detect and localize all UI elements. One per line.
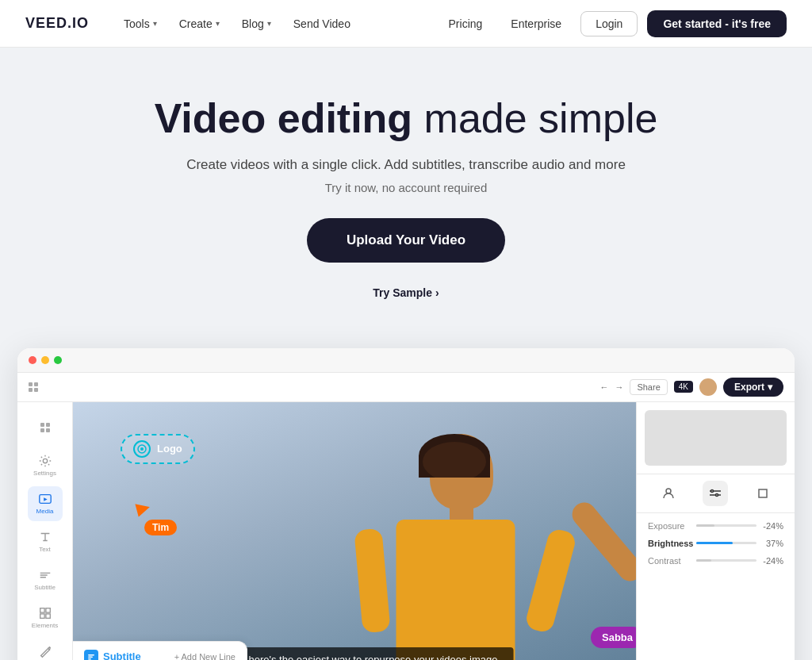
editor-topbar: ← → Share 4K Export ▾ bbox=[17, 373, 795, 402]
export-chevron-icon: ▾ bbox=[768, 382, 772, 393]
editor-canvas: Logo ▶ Tim DIANA: here's the easiest way… bbox=[73, 402, 636, 660]
subtitle-panel-header: Subtitle + Add New Line bbox=[84, 650, 236, 660]
create-chevron-icon: ▾ bbox=[216, 19, 220, 28]
window-bar bbox=[17, 348, 795, 373]
subtitle-chip-icon bbox=[84, 650, 98, 660]
svg-point-14 bbox=[716, 493, 718, 496]
sidebar-grid-button[interactable] bbox=[28, 410, 63, 445]
hero-title-light: made simple bbox=[412, 95, 657, 141]
window-dot-red bbox=[29, 356, 36, 364]
sidebar-elements-button[interactable]: Elements bbox=[28, 601, 63, 635]
svg-point-12 bbox=[666, 489, 671, 493]
exposure-slider-row: Exposure -24% bbox=[648, 521, 783, 531]
export-button[interactable]: Export ▾ bbox=[723, 378, 783, 397]
nav-forward-arrow[interactable]: → bbox=[615, 382, 623, 392]
nav-tools[interactable]: Tools ▾ bbox=[114, 13, 167, 35]
svg-rect-6 bbox=[45, 614, 49, 618]
panel-tab-person[interactable] bbox=[656, 481, 681, 506]
window-dot-green bbox=[54, 356, 62, 364]
hero-title-bold: Video editing bbox=[155, 95, 413, 141]
exposure-slider[interactable] bbox=[696, 524, 756, 527]
sidebar-draw-button[interactable]: Draw bbox=[28, 639, 63, 660]
contrast-slider-row: Contrast -24% bbox=[648, 556, 783, 566]
svg-point-13 bbox=[711, 489, 714, 492]
svg-rect-3 bbox=[40, 608, 44, 612]
svg-point-8 bbox=[140, 447, 144, 451]
subtitle-chip: Subtitle bbox=[84, 650, 141, 660]
editor-right-panel: Exposure -24% Brightness 37% bbox=[636, 402, 795, 660]
panel-tab-adjustments[interactable] bbox=[703, 481, 728, 506]
window-dot-yellow bbox=[41, 356, 49, 364]
hero-title: Video editing made simple bbox=[16, 95, 796, 143]
cursor-name-label: Tim bbox=[144, 520, 177, 535]
nav-create[interactable]: Create ▾ bbox=[170, 13, 229, 35]
login-button[interactable]: Login bbox=[580, 11, 638, 36]
hero-section: Video editing made simple Create videos … bbox=[0, 48, 812, 348]
editor-sidebar: Settings Media Text Subtitle Elements bbox=[17, 402, 73, 660]
video-thumbnail bbox=[645, 410, 787, 466]
try-sample-link[interactable]: Try Sample › bbox=[16, 286, 796, 299]
menu-grid-icon bbox=[29, 382, 38, 392]
logo-annotation: Logo bbox=[121, 434, 195, 464]
sidebar-subtitle-button[interactable]: Subtitle bbox=[28, 562, 63, 597]
subtitle-panel: Subtitle + Add New Line ALEC: This is aw… bbox=[73, 641, 247, 660]
nav-pricing[interactable]: Pricing bbox=[439, 13, 492, 35]
hero-subtitle: Create videos with a single click. Add s… bbox=[16, 157, 796, 173]
svg-rect-11 bbox=[88, 658, 91, 660]
svg-rect-15 bbox=[759, 489, 767, 497]
get-started-button[interactable]: Get started - it's free bbox=[647, 10, 787, 37]
cursor-annotation: ▶ Tim bbox=[136, 497, 177, 535]
brightness-slider-row: Brightness 37% bbox=[648, 539, 783, 548]
svg-rect-5 bbox=[40, 614, 44, 618]
upload-video-button[interactable]: Upload Your Video bbox=[307, 218, 505, 263]
editor-preview: ← → Share 4K Export ▾ Settings bbox=[17, 348, 795, 660]
brand-logo[interactable]: VEED.IO bbox=[25, 15, 89, 32]
topbar-left bbox=[29, 382, 38, 392]
editor-body: Settings Media Text Subtitle Elements bbox=[17, 402, 795, 660]
navbar: VEED.IO Tools ▾ Create ▾ Blog ▾ Send Vid… bbox=[0, 0, 812, 48]
quality-badge: 4K bbox=[674, 381, 693, 393]
tools-chevron-icon: ▾ bbox=[153, 19, 157, 28]
logo-circle-icon bbox=[133, 440, 151, 458]
nav-send-video[interactable]: Send Video bbox=[284, 13, 360, 35]
cursor-arrow-icon: ▶ bbox=[134, 496, 152, 520]
add-new-line-button[interactable]: + Add New Line bbox=[174, 652, 236, 660]
svg-rect-9 bbox=[88, 654, 94, 656]
nav-back-arrow[interactable]: ← bbox=[599, 382, 608, 392]
sidebar-media-button[interactable]: Media bbox=[28, 486, 63, 521]
svg-marker-2 bbox=[44, 497, 48, 501]
blog-chevron-icon: ▾ bbox=[267, 19, 271, 28]
panel-sliders: Exposure -24% Brightness 37% bbox=[637, 513, 795, 574]
share-button[interactable]: Share bbox=[630, 379, 667, 395]
brightness-slider[interactable] bbox=[696, 542, 756, 544]
svg-rect-10 bbox=[88, 656, 93, 658]
sidebar-settings-button[interactable]: Settings bbox=[28, 448, 63, 483]
user-avatar bbox=[699, 378, 717, 396]
contrast-slider[interactable] bbox=[696, 559, 756, 562]
nav-blog[interactable]: Blog ▾ bbox=[232, 13, 281, 35]
topbar-right: ← → Share 4K Export ▾ bbox=[599, 378, 783, 397]
sidebar-text-button[interactable]: Text bbox=[28, 524, 63, 559]
nav-links: Tools ▾ Create ▾ Blog ▾ Send Video bbox=[114, 13, 439, 35]
svg-rect-4 bbox=[45, 608, 49, 612]
svg-point-0 bbox=[43, 459, 47, 463]
sabba-annotation: Sabba bbox=[591, 627, 636, 648]
panel-tabs bbox=[637, 474, 795, 513]
navbar-right: Pricing Enterprise Login Get started - i… bbox=[439, 10, 787, 37]
logo-annotation-text: Logo bbox=[157, 443, 182, 455]
hero-tagline: Try it now, no account required bbox=[16, 181, 796, 194]
nav-enterprise[interactable]: Enterprise bbox=[501, 13, 571, 35]
panel-tab-crop[interactable] bbox=[750, 481, 776, 506]
